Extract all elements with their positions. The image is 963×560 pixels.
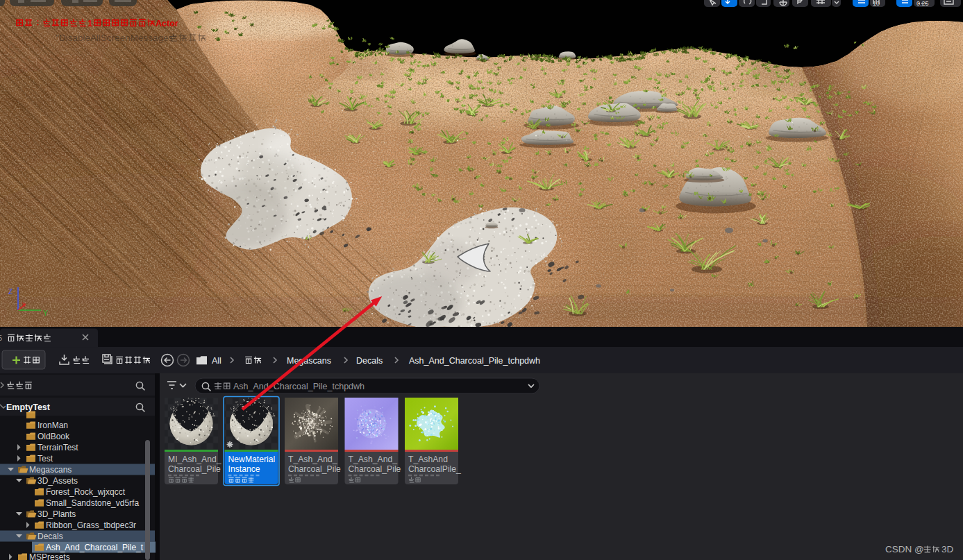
svg-text:Ash_And_Charcoal_Pile_t: Ash_And_Charcoal_Pile_t: [46, 543, 144, 552]
svg-text:"DisableAllScreenMessages": "DisableAllScreenMessages": [56, 33, 176, 43]
svg-text:Decals: Decals: [37, 532, 63, 541]
svg-text:Decals: Decals: [356, 356, 383, 366]
svg-text:Z: Z: [8, 288, 12, 296]
svg-text:TerrainTest: TerrainTest: [37, 443, 78, 452]
svg-text:EmptyTest: EmptyTest: [6, 402, 51, 412]
svg-text:Ash_And_Charcoal_Pile_tchpdwh: Ash_And_Charcoal_Pile_tchpdwh: [409, 356, 540, 366]
svg-text:X: X: [22, 301, 26, 308]
svg-text:Megascans: Megascans: [29, 465, 72, 475]
svg-text:Charcoal_Pile: Charcoal_Pile: [168, 464, 221, 474]
svg-text:Ribbon_Grass_tbdpec3r: Ribbon_Grass_tbdpec3r: [46, 520, 136, 530]
svg-text:Charcoal_Pile: Charcoal_Pile: [288, 464, 341, 474]
svg-text:T_Ash_And_: T_Ash_And_: [349, 455, 398, 464]
svg-text:Y: Y: [43, 309, 48, 317]
svg-text:Ash_And_Charcoal_Pile_tchpdwh: Ash_And_Charcoal_Pile_tchpdwh: [233, 382, 365, 391]
svg-text:OldBook: OldBook: [37, 432, 70, 441]
svg-text:3D_Assets: 3D_Assets: [37, 476, 78, 486]
svg-text:3D_Plants: 3D_Plants: [37, 509, 76, 519]
svg-text:Forest_Rock_wjxqcct: Forest_Rock_wjxqcct: [46, 487, 126, 497]
svg-text:Instance: Instance: [228, 464, 260, 474]
svg-text:3D: 3D: [941, 544, 954, 554]
svg-text:NewMaterial: NewMaterial: [228, 455, 276, 464]
svg-text:Test: Test: [37, 454, 53, 464]
svg-text:T_Ash_And_: T_Ash_And_: [288, 455, 337, 464]
svg-text:CharcoalPile_: CharcoalPile_: [408, 464, 461, 474]
svg-text:Actor: Actor: [156, 19, 178, 28]
svg-text:CSDN @: CSDN @: [885, 544, 924, 554]
svg-text:Charcoal_Pile: Charcoal_Pile: [349, 464, 401, 474]
svg-text:1: 1: [87, 19, 92, 28]
svg-text:MI_Ash_And_: MI_Ash_And_: [168, 455, 221, 464]
svg-text:T_AshAnd: T_AshAnd: [408, 455, 448, 464]
svg-text:5: 5: [0, 334, 2, 342]
svg-text:IronMan: IronMan: [37, 421, 68, 430]
svg-text:Small_Sandstone_vd5rfa: Small_Sandstone_vd5rfa: [46, 498, 139, 508]
svg-text:MSPresets: MSPresets: [29, 552, 70, 560]
svg-text:Megascans: Megascans: [287, 356, 331, 366]
svg-text:All: All: [212, 356, 221, 366]
